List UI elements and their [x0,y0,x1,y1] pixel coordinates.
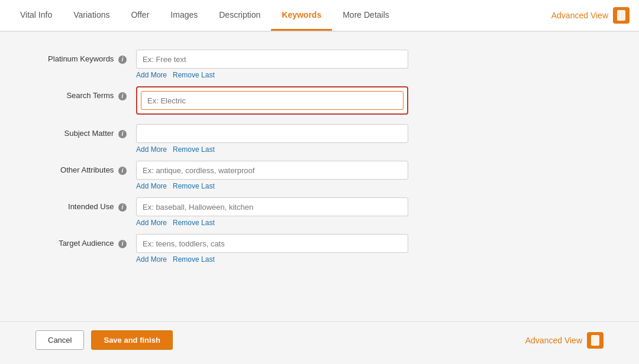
other-attributes-field-wrap: Add More Remove Last [136,161,408,190]
advanced-view-top-label: Advanced View [551,11,608,20]
search-terms-field-wrap [136,86,408,117]
search-terms-input[interactable] [141,91,404,110]
intended-use-info-icon: i [118,203,127,212]
intended-use-remove-last[interactable]: Remove Last [173,219,215,227]
target-audience-remove-last[interactable]: Remove Last [173,255,215,264]
intended-use-actions: Add More Remove Last [136,219,408,227]
platinum-keywords-add-more[interactable]: Add More [136,71,167,79]
other-attributes-row: Other Attributes i Add More Remove Last [36,161,604,190]
intended-use-add-more[interactable]: Add More [136,219,167,227]
subject-matter-field-wrap: Add More Remove Last [136,124,408,154]
intended-use-label: Intended Use i [36,197,136,212]
subject-matter-row: Subject Matter i Add More Remove Last [36,124,604,154]
platinum-keywords-actions: Add More Remove Last [136,71,408,79]
search-terms-highlight-box [136,86,408,115]
platinum-keywords-row: Platinum Keywords i Add More Remove Last [36,50,604,79]
tab-description[interactable]: Description [208,0,271,31]
advanced-view-bottom[interactable]: Advanced View [525,332,604,349]
save-and-finish-button[interactable]: Save and finish [91,330,172,350]
search-terms-label: Search Terms i [36,86,136,100]
platinum-keywords-input[interactable] [136,50,408,69]
nav-tabs: Vital Info Variations Offer Images Descr… [9,0,551,31]
top-navigation: Vital Info Variations Offer Images Descr… [0,0,639,32]
advanced-view-bottom-label: Advanced View [525,336,582,345]
subject-matter-input[interactable] [136,124,408,143]
tab-offer[interactable]: Offer [120,0,160,31]
tab-vital-info[interactable]: Vital Info [9,0,63,31]
other-attributes-input[interactable] [136,161,408,180]
cancel-button[interactable]: Cancel [36,330,84,350]
other-attributes-label: Other Attributes i [36,161,136,175]
tab-more-details[interactable]: More Details [332,0,400,31]
search-terms-row: Search Terms i [36,86,604,117]
search-terms-info-icon: i [118,92,127,100]
platinum-keywords-field-wrap: Add More Remove Last [136,50,408,79]
subject-matter-info-icon: i [118,130,127,138]
platinum-keywords-info-icon: i [118,56,127,64]
toggle-inner-top [617,10,625,21]
tab-variations[interactable]: Variations [63,0,120,31]
target-audience-add-more[interactable]: Add More [136,255,167,264]
target-audience-row: Target Audience i Add More Remove Last [36,234,604,264]
intended-use-row: Intended Use i Add More Remove Last [36,197,604,227]
subject-matter-actions: Add More Remove Last [136,145,408,154]
other-attributes-actions: Add More Remove Last [136,182,408,190]
tab-keywords[interactable]: Keywords [271,0,332,31]
target-audience-field-wrap: Add More Remove Last [136,234,408,264]
other-attributes-remove-last[interactable]: Remove Last [173,182,215,190]
intended-use-field-wrap: Add More Remove Last [136,197,408,227]
intended-use-input[interactable] [136,197,408,216]
other-attributes-add-more[interactable]: Add More [136,182,167,190]
subject-matter-add-more[interactable]: Add More [136,145,167,154]
other-attributes-info-icon: i [118,167,127,175]
advanced-view-top[interactable]: Advanced View [551,7,630,24]
advanced-view-toggle-bottom[interactable] [587,332,604,349]
footer: Cancel Save and finish Advanced View [0,321,639,358]
target-audience-info-icon: i [118,240,127,248]
footer-actions: Cancel Save and finish [36,330,173,350]
subject-matter-label: Subject Matter i [36,124,136,138]
main-content: Platinum Keywords i Add More Remove Last… [0,32,639,321]
target-audience-input[interactable] [136,234,408,253]
advanced-view-toggle-top[interactable] [613,7,630,24]
toggle-inner-bottom [591,335,599,346]
platinum-keywords-remove-last[interactable]: Remove Last [173,71,215,79]
target-audience-actions: Add More Remove Last [136,255,408,264]
tab-images[interactable]: Images [160,0,208,31]
target-audience-label: Target Audience i [36,234,136,248]
platinum-keywords-label: Platinum Keywords i [36,50,136,64]
subject-matter-remove-last[interactable]: Remove Last [173,145,215,154]
